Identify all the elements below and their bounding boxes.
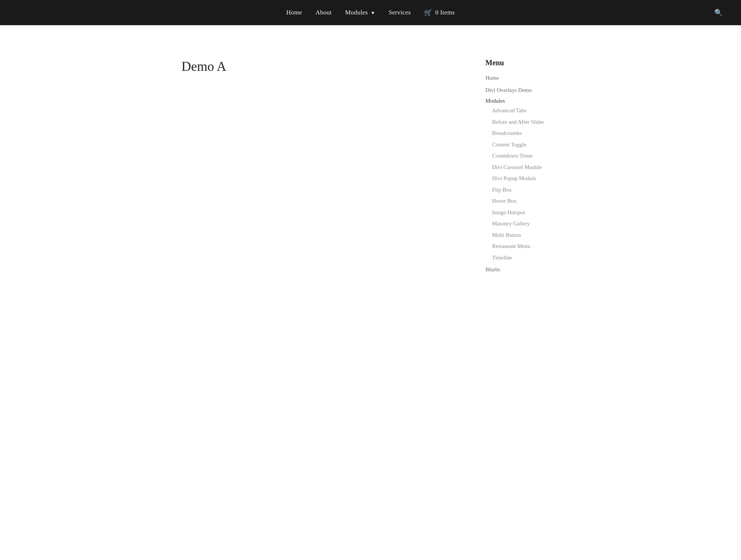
site-main: Demo A Menu Home Divi Overlays Demo Modu… <box>137 25 604 560</box>
sidebar-item-multi-button[interactable]: Multi Button <box>492 231 589 239</box>
sidebar-item-restaurant-menu[interactable]: Restaurant Menu <box>492 242 589 251</box>
nav-item-home[interactable]: Home <box>286 9 302 16</box>
sidebar-item-advanced-tabs[interactable]: Advanced Tabs <box>492 106 589 115</box>
sidebar-item-image-hotspot[interactable]: Image Hotspot <box>492 208 589 217</box>
page-title: Demo A <box>182 59 463 74</box>
nav-item-about[interactable]: About <box>315 9 332 16</box>
sidebar-item-modules: Modules Advanced Tabs Before and After S… <box>486 98 589 262</box>
main-nav: Home About Modules ▼ Services 🛒 0 Items <box>286 9 455 17</box>
sidebar-item-timeline[interactable]: Timeline <box>492 254 589 262</box>
nav-item-cart[interactable]: 🛒 0 Items <box>424 9 455 17</box>
sidebar-item-masonry-gallery[interactable]: Masonry Gallery <box>492 219 589 228</box>
nav-item-services[interactable]: Services <box>388 9 411 16</box>
sidebar: Menu Home Divi Overlays Demo Modules Adv… <box>486 55 589 530</box>
search-icon: 🔍 <box>714 9 722 16</box>
sidebar-menu-title: Menu <box>486 59 589 67</box>
sidebar-item-divi-popup[interactable]: Divi Popup Module <box>492 174 589 183</box>
search-button[interactable]: 🔍 <box>714 9 722 17</box>
sidebar-item-flip-box[interactable]: Flip Box <box>492 186 589 194</box>
sidebar-menu: Home Divi Overlays Demo Modules Advanced… <box>486 74 589 274</box>
cart-icon: 🛒 <box>424 9 432 17</box>
content-area: Demo A <box>182 55 463 530</box>
sidebar-item-blurbs[interactable]: Blurbs <box>486 265 589 274</box>
sidebar-submenu: Advanced Tabs Before and After Slider Br… <box>486 106 589 262</box>
sidebar-item-breadcrumbs[interactable]: Breadcrumbs <box>492 129 589 137</box>
sidebar-item-countdown-timer[interactable]: Countdown Timer <box>492 152 589 160</box>
sidebar-item-content-toggle[interactable]: Content Toggle <box>492 140 589 149</box>
sidebar-item-home[interactable]: Home <box>486 74 589 82</box>
site-header: Home About Modules ▼ Services 🛒 0 Items … <box>0 0 741 25</box>
sidebar-item-divi-carousel[interactable]: Divi Carousel Module <box>492 163 589 172</box>
nav-item-modules[interactable]: Modules ▼ <box>345 9 375 16</box>
sidebar-item-before-after-slider[interactable]: Before and After Slider <box>492 118 589 126</box>
sidebar-item-hover-box[interactable]: Hover Box <box>492 197 589 205</box>
sidebar-item-divi-overlays[interactable]: Divi Overlays Demo <box>486 86 589 95</box>
chevron-down-icon: ▼ <box>371 10 375 16</box>
